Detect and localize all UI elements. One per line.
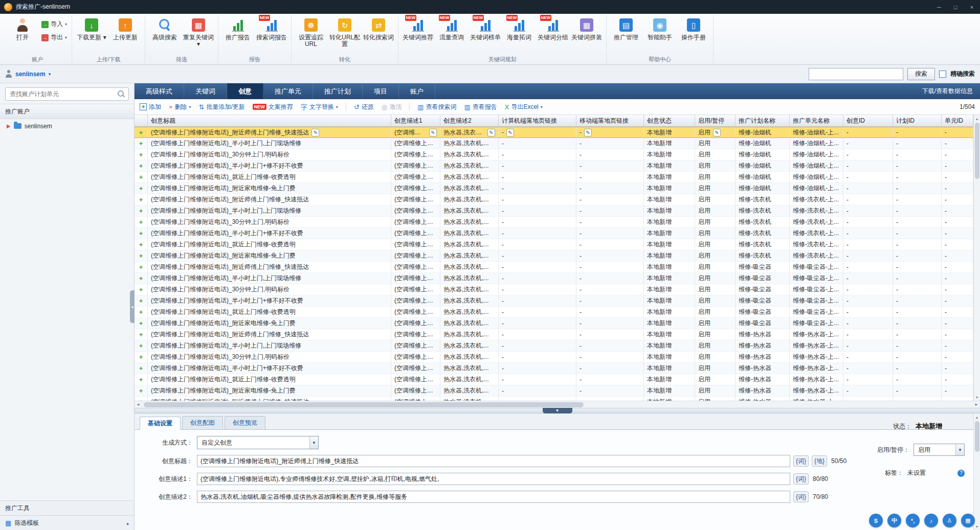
creative-desc1-input[interactable] (197, 473, 790, 485)
tracking-url-button[interactable]: ☸设置追踪URL (294, 15, 328, 48)
view-search-terms-button[interactable]: ▥查看搜索词 (417, 103, 456, 111)
edit-icon[interactable]: ✎ (713, 129, 721, 136)
table-row[interactable]: +(空调维修上门维修附近电话)_附近师傅上门维修_快速抵达(空调维修上门...热… (135, 329, 973, 340)
table-row[interactable]: +(空调维修上门维修附近电话)_就近上门维修-收费透明(空调维修上门...热水器… (135, 374, 973, 385)
header-cell[interactable]: 启用/暂停 (695, 115, 736, 126)
add-creative-icon[interactable]: + (135, 307, 148, 317)
advanced-search-button[interactable]: 高级搜索 (148, 15, 182, 41)
maximize-button[interactable]: □ (947, 0, 964, 14)
scroll-right-arrow[interactable]: ► (973, 401, 980, 408)
header-cell[interactable]: 创意描述1 (391, 115, 440, 126)
scrollbar-thumb[interactable] (975, 123, 979, 179)
add-creative-icon[interactable]: + (135, 217, 148, 227)
close-button[interactable]: × (964, 0, 980, 14)
add-creative-icon[interactable]: + (135, 183, 148, 194)
horizontal-scrollbar[interactable]: ◄ ► (135, 401, 980, 408)
keyword-group-button[interactable]: NEW关键词分组 (536, 15, 570, 41)
add-creative-icon[interactable]: + (135, 149, 148, 160)
header-cell[interactable]: 单元ID (942, 115, 973, 126)
manual-button[interactable]: ▯操作手册 (677, 15, 710, 41)
header-cell[interactable]: 计算机端落地页链接 (499, 115, 576, 126)
apps-grid-icon[interactable]: ▦ (961, 514, 975, 527)
table-row[interactable]: +(空调维修上门维修附近电话)_附近家电维修-免上门费(空调维修上门...热水器… (135, 318, 973, 329)
convert-search-term-button[interactable]: ⇄转化搜索词 (362, 15, 395, 41)
table-row[interactable]: +(空调维修上门维修附近电话)_附近家电维修-免上门费(空调维修上门...热水器… (135, 250, 973, 262)
text-replace-button[interactable]: 字文字替换▾ (301, 103, 338, 111)
sidebar-search-input[interactable] (5, 87, 129, 101)
tab-creatives[interactable]: 创意 (227, 83, 263, 99)
table-row[interactable]: +(空调维修上门维修附近电话)_就近上门维修-收费透明(空调维修上门...热水器… (135, 172, 973, 183)
table-row[interactable]: +(空调维修上门维修附近电话)_半小时上门+修不好不收费(空调维修上门...热水… (135, 295, 973, 307)
table-row[interactable]: +(空调维修上门维修附近电话)_就近上门维修-收费透明(空调维修上门...热水器… (135, 307, 973, 318)
edit-icon[interactable]: ✎ (311, 129, 319, 136)
add-creative-icon[interactable]: + (135, 318, 148, 329)
delete-button[interactable]: ×删除▾ (169, 103, 191, 111)
account-selector[interactable]: senlinsem ▾ (5, 70, 51, 78)
view-report-button[interactable]: ▥查看报告 (464, 103, 497, 111)
table-row[interactable]: +(空调维修上门维修附近电话)_半小时上门+修不好不收费(空调维修上门...热水… (135, 160, 973, 172)
tab-plans[interactable]: 推广计划 (313, 83, 363, 99)
add-creative-icon[interactable]: + (135, 138, 148, 149)
table-row[interactable]: +(空调维修上门维修附近电话)_半小时上门+修不好不收费(空调维修上门...热水… (135, 228, 973, 239)
scroll-up-arrow[interactable]: ▲ (974, 413, 980, 421)
add-creative-icon[interactable]: + (135, 295, 148, 306)
promotion-report-button[interactable]: 推广报告 (221, 15, 255, 41)
panel-splitter[interactable]: ▼ (135, 408, 980, 413)
detail-tab-creative-image[interactable]: 创意配图 (182, 416, 223, 429)
add-creative-icon[interactable]: + (135, 284, 148, 295)
search-button[interactable]: 搜索 (907, 68, 935, 80)
header-cell[interactable]: 推广计划名称 (736, 115, 790, 126)
add-creative-icon[interactable]: + (135, 363, 148, 374)
import-button[interactable]: →导入▾ (41, 20, 67, 29)
promotion-manage-button[interactable]: ▤推广管理 (609, 15, 643, 41)
tree-item-account[interactable]: ▶ senlinsem (0, 119, 134, 133)
tab-projects[interactable]: 项目 (363, 83, 399, 99)
keyword-assemble-button[interactable]: ▦关键词拼装 (570, 15, 604, 41)
open-button[interactable]: 打开 (6, 15, 39, 41)
expand-arrow-icon[interactable]: ▶ (7, 123, 11, 129)
edit-icon[interactable]: ✎ (429, 129, 437, 136)
restore-button[interactable]: ↺还原 (354, 103, 374, 111)
mass-keyword-button[interactable]: NEW海量拓词 (502, 15, 536, 41)
convert-url-button[interactable]: ↻转化URL配置 (328, 15, 362, 48)
add-creative-icon[interactable]: + (135, 397, 148, 401)
header-cell-marker[interactable] (135, 115, 148, 126)
batch-add-update-button[interactable]: ⇅批量添加/更新 (199, 103, 245, 111)
sidebar-collapse-handle[interactable]: ◂ (130, 290, 135, 323)
edit-icon[interactable]: ✎ (487, 129, 495, 136)
add-creative-icon[interactable]: + (135, 273, 148, 284)
header-cell[interactable]: 计划ID (893, 115, 942, 126)
table-row[interactable]: +(空调维修上门维修附近电话)_半小时上门,上门现场维修(空调维修上门...热水… (135, 273, 973, 284)
add-creative-icon[interactable]: + (135, 194, 148, 205)
ime-logo-icon[interactable]: S (869, 514, 883, 527)
add-creative-icon[interactable]: + (135, 374, 148, 385)
table-row[interactable]: +(空调维修上门维修附近电话)_附近师傅上门维修_快速抵达(空调维修上门...热… (135, 262, 973, 273)
header-cell[interactable]: 创意ID (843, 115, 893, 126)
tab-units[interactable]: 推广单元 (263, 83, 313, 99)
creative-desc2-input[interactable] (197, 491, 790, 503)
add-creative-icon[interactable]: + (135, 172, 148, 182)
header-cell[interactable]: 创意描述2 (440, 115, 499, 126)
sidebar-item-tools[interactable]: 推广工具 (0, 500, 134, 515)
sidebar-item-filter-template[interactable]: ▦ 筛选模板 ▴ (0, 515, 134, 530)
add-creative-icon[interactable]: + (135, 329, 148, 340)
header-cell[interactable]: 移动端落地页链接 (576, 115, 644, 126)
tab-advanced-style[interactable]: 高级样式 (135, 83, 184, 99)
data-info-link[interactable]: 下载/查看数据信息 (915, 83, 980, 99)
collapse-panel-button[interactable]: ▼ (543, 408, 572, 413)
chinese-mode-icon[interactable]: 中 (887, 514, 901, 527)
add-creative-icon[interactable]: + (135, 228, 148, 239)
generation-select[interactable]: 自定义创意 ▼ (197, 436, 319, 449)
detail-tab-basic-settings[interactable]: 基础设置 (140, 417, 181, 430)
smart-assistant-button[interactable]: ◉智能助手 (643, 15, 677, 41)
export-excel-button[interactable]: X导出Excel▾ (505, 103, 543, 111)
scroll-left-arrow[interactable]: ◄ (135, 401, 142, 408)
edit-icon[interactable]: ✎ (584, 129, 592, 136)
table-row[interactable]: +(空调维修上门维修附近电话)_附近家电维修-免上门费(空调维修上门...热水器… (135, 385, 973, 397)
table-row[interactable]: +(空调维修上门维修附近电话)_半小时上门,上门现场维修(空调维修上门...热水… (135, 138, 973, 149)
traffic-query-button[interactable]: NEW流量查询 (435, 15, 469, 41)
table-row[interactable]: +(空调维修上门维修附近电话)_30分钟上门,明码标价(空调维修上门...热水器… (135, 217, 973, 228)
insert-keyword-button[interactable]: {词} (793, 455, 809, 467)
header-cell[interactable]: 推广单元名称 (790, 115, 843, 126)
precise-search-checkbox[interactable] (939, 71, 946, 78)
